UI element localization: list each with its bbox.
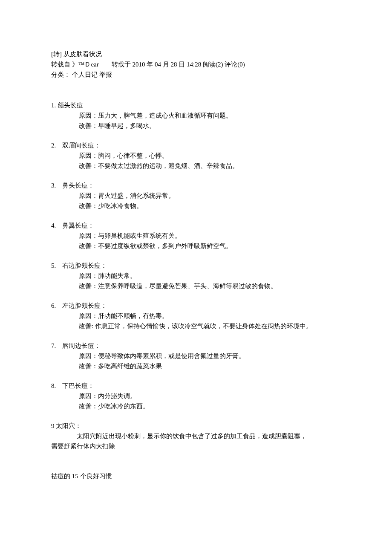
item-improve: 改善：不要过度纵欲或禁欲，多到户外呼吸新鲜空气。 <box>51 241 341 251</box>
item-9: 9 太阳穴： 太阳穴附近出现小粉刺，显示你的饮食中包含了过多的加工食品，造成胆囊… <box>51 421 341 451</box>
item-title: 7. 唇周边长痘： <box>51 341 341 351</box>
item-title: 1. 额头长痘 <box>51 100 341 110</box>
post-source-line: 转载自 》™Ｄear 转载于 2010 年 04 月 28 日 14:28 阅读… <box>51 59 341 69</box>
item-line: 需要赶紧行体内大扫除 <box>51 441 341 451</box>
item-title: 2. 双眉间长痘： <box>51 140 341 150</box>
item-reason: 原因：压力大，脾气差，造成心火和血液循环有问题。 <box>51 110 341 121</box>
item-title: 4. 鼻翼长痘： <box>51 220 341 231</box>
item-reason: 原因：与卵巢机能或生殖系统有关。 <box>51 231 341 241</box>
item-reason: 原因：胃火过盛，消化系统异常。 <box>51 191 341 201</box>
item-line: 太阳穴附近出现小粉刺，显示你的饮食中包含了过多的加工食品，造成胆囊阻塞， <box>51 431 341 441</box>
post-title: [转] 从皮肤看状况 <box>51 49 341 59</box>
item-improve: 改善：注意保养呼吸道，尽量避免芒果、芋头、海鲜等易过敏的食物。 <box>51 281 341 291</box>
item-reason: 原因：内分泌失调。 <box>51 391 341 401</box>
spacer <box>51 80 341 90</box>
post-category-line: 分类： 个人日记 举报 <box>51 69 341 80</box>
document-page: [转] 从皮肤看状况 转载自 》™Ｄear 转载于 2010 年 04 月 28… <box>0 0 392 555</box>
item-improve: 改善：早睡早起，多喝水。 <box>51 121 341 131</box>
item-reason: 原因：胸闷，心律不整，心悸。 <box>51 150 341 161</box>
item-improve: 改善：少吃冰冷的东西。 <box>51 401 341 411</box>
item-improve: 改善：不要做太过激烈的运动，避免烟、酒、辛辣食品。 <box>51 161 341 171</box>
list-item: 5. 右边脸颊长痘：原因：肺功能失常。改善：注意保养呼吸道，尽量避免芒果、芋头、… <box>51 260 341 291</box>
list-item: 2. 双眉间长痘：原因：胸闷，心律不整，心悸。改善：不要做太过激烈的运动，避免烟… <box>51 140 341 171</box>
list-item: 6. 左边脸颊长痘：原因：肝功能不顺畅，有热毒。改善: 作息正常，保持心情愉快，… <box>51 301 341 331</box>
list-item: 4. 鼻翼长痘：原因：与卵巢机能或生殖系统有关。改善：不要过度纵欲或禁欲，多到户… <box>51 220 341 251</box>
item-improve: 改善：少吃冰冷食物。 <box>51 201 341 211</box>
item-title: 5. 右边脸颊长痘： <box>51 260 341 271</box>
item-reason: 原因：肝功能不顺畅，有热毒。 <box>51 311 341 321</box>
item-title: 8. 下巴长痘： <box>51 381 341 391</box>
section-heading: 祛痘的 15 个良好习惯 <box>51 471 341 481</box>
list-item: 8. 下巴长痘：原因：内分泌失调。改善：少吃冰冷的东西。 <box>51 381 341 411</box>
item-title: 3. 鼻头长痘： <box>51 180 341 191</box>
item-improve: 改善: 作息正常，保持心情愉快，该吹冷空气就吹，不要让身体处在闷热的环境中。 <box>51 321 341 331</box>
spacer <box>51 461 341 471</box>
item-reason: 原因：便秘导致体内毒素累积，或是使用含氟过量的牙膏。 <box>51 351 341 361</box>
items-list: 1. 额头长痘原因：压力大，脾气差，造成心火和血液循环有问题。改善：早睡早起，多… <box>51 100 341 411</box>
list-item: 1. 额头长痘原因：压力大，脾气差，造成心火和血液循环有问题。改善：早睡早起，多… <box>51 100 341 131</box>
item-improve: 改善：多吃高纤维的蔬菜水果 <box>51 361 341 371</box>
item-title: 9 太阳穴： <box>51 421 341 431</box>
spacer <box>51 90 341 100</box>
item-title: 6. 左边脸颊长痘： <box>51 301 341 311</box>
item-reason: 原因：肺功能失常。 <box>51 271 341 281</box>
list-item: 7. 唇周边长痘：原因：便秘导致体内毒素累积，或是使用含氟过量的牙膏。改善：多吃… <box>51 341 341 371</box>
list-item: 3. 鼻头长痘：原因：胃火过盛，消化系统异常。改善：少吃冰冷食物。 <box>51 180 341 211</box>
